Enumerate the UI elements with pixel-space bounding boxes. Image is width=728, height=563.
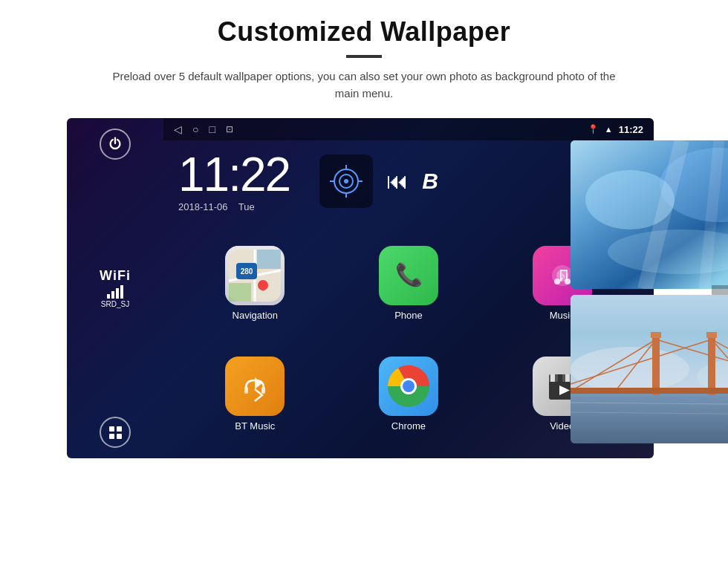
- svg-rect-11: [257, 250, 281, 269]
- widget-icons: ⏮ B: [319, 154, 438, 208]
- bt-music-label: BT Music: [235, 420, 275, 432]
- clock-date: 2018-11-06 Tue: [178, 201, 255, 212]
- svg-rect-37: [565, 374, 570, 382]
- navigation-icon: 280: [225, 246, 285, 305]
- apps-grid-icon: [109, 426, 122, 439]
- phone-icon: 📞: [379, 246, 438, 305]
- svg-rect-23: [566, 270, 568, 282]
- power-button[interactable]: [100, 128, 131, 160]
- signal-icon: ▲: [605, 125, 613, 134]
- svg-rect-35: [550, 374, 555, 382]
- svg-rect-61: [651, 332, 661, 338]
- status-bar: ◁ ○ □ ⊡ 📍 ▲ 11:22: [163, 118, 654, 140]
- svg-rect-49: [571, 391, 728, 443]
- svg-rect-24: [560, 270, 568, 271]
- signal-svg-icon: [330, 165, 363, 198]
- wifi-bar-1: [107, 294, 110, 299]
- wifi-bar-3: [116, 288, 119, 299]
- svg-rect-62: [706, 332, 717, 338]
- android-screen: WiFi SRD_SJ: [67, 118, 654, 458]
- wallpaper-bridge[interactable]: [571, 295, 728, 443]
- status-right: 📍 ▲ 11:22: [588, 124, 643, 135]
- chrome-label: Chrome: [391, 420, 426, 432]
- page-subtitle: Preload over 5 default wallpaper options…: [104, 68, 624, 102]
- app-chrome[interactable]: Chrome: [332, 339, 486, 449]
- app-navigation[interactable]: 280 Navigation: [178, 228, 332, 339]
- location-icon: 📍: [588, 124, 599, 134]
- back-icon: ◁: [174, 123, 182, 135]
- clock-day: Tue: [238, 201, 255, 212]
- svg-rect-10: [229, 283, 251, 302]
- clock-time: 11:22: [178, 151, 290, 198]
- bluetooth-label[interactable]: B: [422, 169, 438, 194]
- svg-rect-27: [261, 387, 265, 394]
- svg-rect-60: [571, 388, 728, 394]
- apps-button[interactable]: [100, 417, 131, 448]
- sidebar: WiFi SRD_SJ: [67, 118, 163, 458]
- svg-rect-53: [708, 336, 715, 395]
- clock-section: 11:22 2018-11-06 Tue: [178, 151, 290, 212]
- chrome-icon: [379, 357, 438, 416]
- status-left: ◁ ○ □ ⊡: [174, 123, 233, 135]
- wallpaper-ice[interactable]: [571, 140, 728, 289]
- svg-text:📞: 📞: [394, 261, 423, 288]
- app-bt-music[interactable]: BT Music: [178, 339, 332, 449]
- app-phone[interactable]: 📞 Phone: [332, 228, 486, 339]
- android-device: WiFi SRD_SJ: [67, 118, 661, 466]
- svg-point-2: [344, 179, 348, 183]
- clock-date-value: 2018-11-06: [178, 201, 228, 212]
- svg-rect-26: [244, 387, 248, 394]
- wifi-label: WiFi: [100, 268, 131, 284]
- phone-label: Phone: [394, 310, 423, 321]
- bt-music-icon: [225, 357, 285, 416]
- home-icon: ○: [192, 123, 198, 135]
- svg-point-47: [571, 347, 689, 391]
- svg-point-32: [403, 380, 415, 392]
- recent-icon: □: [209, 123, 215, 135]
- wallpaper-thumbnails: CarSetting: [571, 140, 728, 443]
- status-time: 11:22: [619, 124, 643, 135]
- screenshot-icon: ⊡: [226, 124, 233, 134]
- svg-rect-22: [560, 270, 562, 282]
- page-title: Customized Wallpaper: [218, 16, 511, 48]
- wifi-bars: [107, 285, 123, 299]
- title-divider: [346, 55, 382, 58]
- wifi-section: WiFi SRD_SJ: [100, 268, 131, 308]
- svg-rect-52: [652, 336, 660, 395]
- prev-track-button[interactable]: ⏮: [386, 169, 409, 194]
- wifi-bar-2: [111, 291, 114, 299]
- svg-text:280: 280: [241, 267, 253, 276]
- svg-point-20: [554, 279, 560, 284]
- wifi-bar-4: [120, 285, 123, 299]
- signal-widget[interactable]: [319, 154, 373, 208]
- navigation-label: Navigation: [233, 310, 278, 321]
- wifi-ssid: SRD_SJ: [101, 300, 129, 308]
- svg-rect-36: [558, 374, 562, 382]
- page-wrapper: Customized Wallpaper Preload over 5 defa…: [0, 0, 728, 563]
